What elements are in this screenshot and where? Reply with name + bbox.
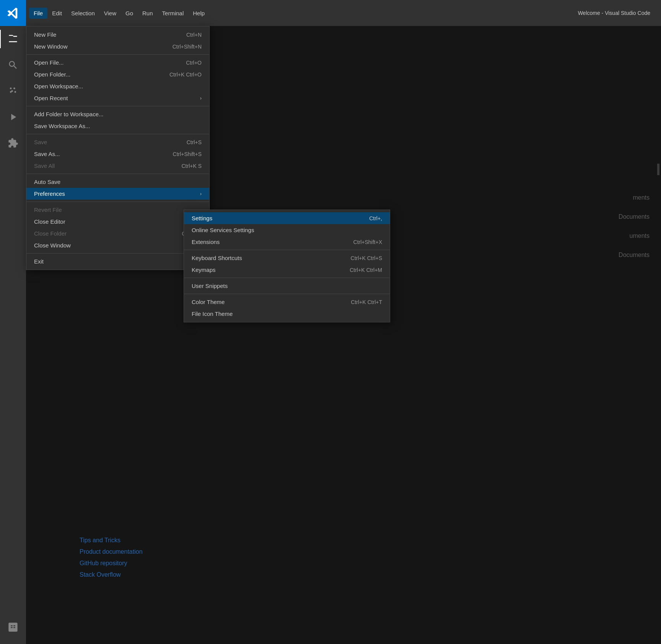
- new-window-item[interactable]: New Window Ctrl+Shift+N: [26, 41, 209, 52]
- save-all-label: Save All: [34, 163, 55, 169]
- prefs-separator-2: [184, 278, 390, 278]
- keymaps-shortcut: Ctrl+K Ctrl+M: [350, 267, 382, 273]
- save-as-shortcut: Ctrl+Shift+S: [173, 151, 202, 157]
- close-window-label: Close Window: [34, 242, 71, 249]
- online-services-item[interactable]: Online Services Settings: [184, 224, 390, 236]
- settings-item[interactable]: Settings Ctrl+,: [184, 212, 390, 224]
- welcome-links: Tips and Tricks Product documentation Gi…: [80, 537, 143, 583]
- bg-text-2: Documents: [619, 213, 650, 220]
- open-recent-label: Open Recent: [34, 95, 68, 101]
- edit-menu-item[interactable]: Edit: [47, 8, 67, 19]
- color-theme-label: Color Theme: [192, 299, 225, 305]
- activity-bar: [0, 0, 26, 644]
- open-folder-shortcut: Ctrl+K Ctrl+O: [169, 72, 202, 78]
- file-menu-dropdown: New File Ctrl+N New Window Ctrl+Shift+N …: [26, 26, 210, 270]
- stackoverflow-link[interactable]: Stack Overflow: [80, 571, 143, 578]
- bg-text-4: Documents: [619, 252, 650, 259]
- settings-shortcut: Ctrl+,: [369, 215, 382, 221]
- keymaps-item[interactable]: Keymaps Ctrl+K Ctrl+M: [184, 264, 390, 276]
- open-folder-label: Open Folder...: [34, 71, 70, 78]
- exit-item[interactable]: Exit: [26, 255, 209, 267]
- search-activity-item[interactable]: [0, 52, 26, 78]
- separator-1: [26, 54, 209, 55]
- new-window-shortcut: Ctrl+Shift+N: [173, 44, 202, 50]
- close-window-item[interactable]: Close Window Ctrl+W: [26, 239, 209, 251]
- keymaps-label: Keymaps: [192, 267, 216, 273]
- run-activity-item[interactable]: [0, 104, 26, 130]
- bg-text-1: ments: [633, 194, 650, 201]
- new-file-item[interactable]: New File Ctrl+N: [26, 29, 209, 41]
- auto-save-item[interactable]: Auto Save: [26, 176, 209, 188]
- extensions-shortcut: Ctrl+Shift+X: [353, 239, 382, 245]
- source-control-activity-item[interactable]: [0, 78, 26, 104]
- keyboard-shortcuts-shortcut: Ctrl+K Ctrl+S: [351, 255, 382, 261]
- go-menu-item[interactable]: Go: [121, 8, 138, 19]
- save-all-item[interactable]: Save All Ctrl+K S: [26, 160, 209, 172]
- preferences-label: Preferences: [34, 190, 65, 197]
- new-file-label: New File: [34, 31, 56, 38]
- save-as-item[interactable]: Save As... Ctrl+Shift+S: [26, 148, 209, 160]
- add-folder-label: Add Folder to Workspace...: [34, 111, 103, 117]
- save-shortcut: Ctrl+S: [187, 139, 202, 145]
- open-recent-item[interactable]: Open Recent ›: [26, 92, 209, 104]
- open-folder-item[interactable]: Open Folder... Ctrl+K Ctrl+O: [26, 68, 209, 80]
- separator-6: [26, 253, 209, 254]
- close-editor-label: Close Editor: [34, 218, 65, 225]
- keyboard-shortcuts-item[interactable]: Keyboard Shortcuts Ctrl+K Ctrl+S: [184, 252, 390, 264]
- help-menu-item[interactable]: Help: [188, 8, 209, 19]
- separator-4: [26, 174, 209, 174]
- save-as-label: Save As...: [34, 151, 60, 157]
- terminal-menu-item[interactable]: Terminal: [158, 8, 189, 19]
- vscode-logo: [0, 0, 26, 26]
- github-link[interactable]: GitHub repository: [80, 560, 143, 567]
- color-theme-item[interactable]: Color Theme Ctrl+K Ctrl+T: [184, 296, 390, 308]
- run-menu-item[interactable]: Run: [138, 8, 158, 19]
- extensions-item[interactable]: Extensions Ctrl+Shift+X: [184, 236, 390, 248]
- view-menu-item[interactable]: View: [99, 8, 121, 19]
- prefs-separator-1: [184, 250, 390, 250]
- settings-label: Settings: [192, 215, 212, 221]
- color-theme-shortcut: Ctrl+K Ctrl+T: [351, 299, 382, 305]
- open-file-label: Open File...: [34, 59, 64, 66]
- separator-5: [26, 202, 209, 202]
- save-label: Save: [34, 139, 47, 145]
- tips-link[interactable]: Tips and Tricks: [80, 537, 143, 544]
- exit-label: Exit: [34, 258, 44, 265]
- preferences-item[interactable]: Preferences ›: [26, 188, 209, 200]
- close-folder-item[interactable]: Close Folder Ctrl+K F: [26, 228, 209, 239]
- revert-file-item[interactable]: Revert File: [26, 204, 209, 216]
- file-icon-theme-label: File Icon Theme: [192, 311, 233, 317]
- separator-3: [26, 134, 209, 134]
- file-menu-item[interactable]: File: [29, 8, 47, 19]
- add-folder-item[interactable]: Add Folder to Workspace...: [26, 108, 209, 120]
- save-workspace-item[interactable]: Save Workspace As...: [26, 120, 209, 132]
- product-docs-link[interactable]: Product documentation: [80, 548, 143, 555]
- close-editor-item[interactable]: Close Editor Ctrl+F4: [26, 216, 209, 228]
- open-workspace-item[interactable]: Open Workspace...: [26, 80, 209, 92]
- preferences-submenu: Settings Ctrl+, Online Services Settings…: [184, 210, 390, 322]
- save-all-shortcut: Ctrl+K S: [181, 163, 202, 169]
- extensions-activity-item[interactable]: [0, 130, 26, 156]
- open-workspace-label: Open Workspace...: [34, 83, 83, 89]
- preferences-chevron: ›: [200, 191, 202, 197]
- user-snippets-item[interactable]: User Snippets: [184, 280, 390, 292]
- window-title: Welcome - Visual Studio Code: [578, 10, 658, 16]
- explorer-activity-item[interactable]: [0, 26, 26, 52]
- remote-activity-item[interactable]: [0, 614, 26, 640]
- extensions-label: Extensions: [192, 239, 220, 245]
- save-workspace-label: Save Workspace As...: [34, 123, 90, 129]
- selection-menu-item[interactable]: Selection: [67, 8, 99, 19]
- file-icon-theme-item[interactable]: File Icon Theme: [184, 308, 390, 320]
- scrollbar-thumb: [657, 164, 659, 175]
- close-folder-label: Close Folder: [34, 230, 67, 237]
- keyboard-shortcuts-label: Keyboard Shortcuts: [192, 255, 242, 261]
- open-file-item[interactable]: Open File... Ctrl+O: [26, 57, 209, 68]
- open-file-shortcut: Ctrl+O: [186, 60, 202, 66]
- menu-bar: File Edit Selection View Go Run Terminal…: [26, 0, 661, 26]
- user-snippets-label: User Snippets: [192, 283, 228, 289]
- save-item[interactable]: Save Ctrl+S: [26, 136, 209, 148]
- separator-2: [26, 106, 209, 106]
- bg-text-3: uments: [630, 233, 650, 239]
- new-window-label: New Window: [34, 43, 68, 50]
- online-services-label: Online Services Settings: [192, 227, 254, 233]
